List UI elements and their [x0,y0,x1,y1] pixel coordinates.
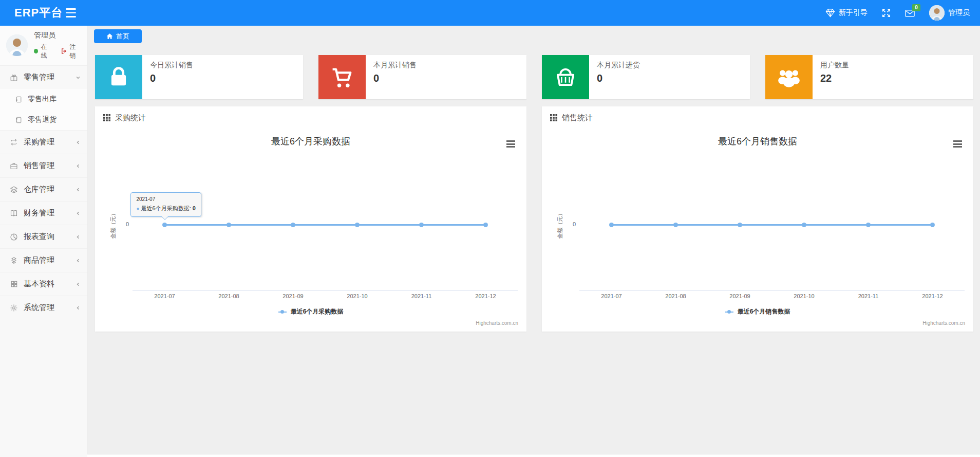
chart-tooltip: 2021-07● 最近6个月采购数据: 0 [130,192,201,217]
sidebar-item-goods[interactable]: 商品管理 [0,248,87,272]
legend-item-label: 最近6个月销售数据 [738,307,790,316]
tooltip-value: 0 [193,205,196,211]
stat-card-month-purchase: 本月累计进货 0 [542,55,750,99]
guide-label: 新手引导 [839,8,868,17]
sidebar-item-label: 报表查询 [24,232,54,242]
online-status-icon [34,49,38,53]
data-point[interactable] [866,223,871,227]
data-point[interactable] [673,223,678,227]
grid-2x2-icon [9,280,18,288]
stat-card-user-count: 用户数量 22 [765,55,973,99]
stat-cards-row: 今日累计销售 0 本月累计销售 0 [95,55,973,99]
sidebar-item-system[interactable]: 系统管理 [0,296,87,319]
sidebar-item-label: 财务管理 [24,208,54,218]
sidebar-item-label: 仓库管理 [24,185,54,194]
sidebar-item-basic-data[interactable]: 基本资料 [0,272,87,296]
context-menu-bar [953,140,962,142]
x-axis-tick-label: 2021-12 [454,293,518,299]
sidebar-item-retail-return[interactable]: 零售退货 [0,109,87,130]
retail-submenu: 零售出库 零售退货 [0,89,87,130]
data-point[interactable] [291,223,295,227]
legend-item-label: 最近6个月采购数据 [291,307,344,316]
y-axis-tick-label: 0 [119,221,129,227]
th-grid-icon [550,114,557,121]
x-axis-tick-label: 2021-08 [197,293,261,299]
tooltip-series-row: ● 最近6个月采购数据: 0 [136,205,195,212]
purchase-chart: 最近6个月采购数据金额（元）02021-07● 最近6个月采购数据: 02021… [100,129,521,326]
home-icon [106,33,113,40]
sidebar-item-retail-outbound[interactable]: 零售出库 [0,89,87,109]
legend-item[interactable]: 最近6个月销售数据 [547,307,968,316]
bag-icon [95,55,142,99]
chart-context-menu-button[interactable] [506,140,515,148]
sales-chart: 最近6个月销售数据金额（元）02021-072021-082021-092021… [547,129,968,326]
gem-icon [825,8,835,17]
chevron-left-icon [76,211,81,216]
pie-chart-icon [9,233,18,241]
user-name-label: 管理员 [948,8,970,17]
data-point[interactable] [802,223,806,227]
data-point[interactable] [738,223,742,227]
context-menu-bar [506,140,515,142]
data-point[interactable] [419,223,424,227]
users-icon [765,55,813,99]
highcharts-credits-link[interactable]: Highcharts.com.cn [476,320,518,326]
messages-button[interactable]: 0 [905,9,915,17]
page-bottom-edge [87,454,980,457]
top-header: ERP平台 新手引导 [0,0,980,26]
box-icon [9,257,18,265]
sidebar-item-label: 基本资料 [24,279,54,289]
stat-card-label: 本月累计销售 [373,61,417,70]
avatar [929,5,945,21]
data-point[interactable] [355,223,360,227]
sidebar-item-reports[interactable]: 报表查询 [0,225,87,248]
tab-home[interactable]: 首页 [94,29,142,43]
sidebar-item-warehouse[interactable]: 仓库管理 [0,177,87,201]
legend-item[interactable]: 最近6个月采购数据 [100,307,521,316]
fullscreen-button[interactable] [882,9,891,17]
sidebar-item-sales[interactable]: 销售管理 [0,154,87,177]
exchange-icon [9,138,18,146]
cart-icon [318,55,366,99]
x-axis-tick-label: 2021-09 [261,293,325,299]
stat-card-label: 用户数量 [820,61,849,70]
context-menu-bar [953,146,962,148]
layers-icon [9,186,18,194]
sidebar-item-retail[interactable]: 零售管理 [0,65,87,89]
x-axis-tick-label: 2021-12 [900,293,965,299]
journal-icon [14,116,23,124]
sidebar-item-label: 零售出库 [28,95,56,104]
tooltip-category: 2021-07 [136,196,195,202]
chevron-down-icon [76,75,81,80]
book-icon [9,209,18,217]
chevron-left-icon [76,234,81,240]
x-axis-tick-label: 2021-11 [389,293,454,299]
stat-card-today-sales: 今日累计销售 0 [95,55,303,99]
avatar [6,34,28,56]
sidebar-user-panel: 管理员 在线 注销 [0,26,87,65]
guide-menu-item[interactable]: 新手引导 [825,8,868,17]
sidebar-item-purchase[interactable]: 采购管理 [0,130,87,154]
th-grid-icon [103,114,110,121]
sidebar-item-finance[interactable]: 财务管理 [0,201,87,225]
stat-card-value: 0 [150,72,193,84]
data-point[interactable] [227,223,231,227]
logout-link[interactable]: 注销 [70,43,81,60]
data-point[interactable] [483,223,488,227]
data-point[interactable] [930,223,935,227]
stat-card-month-sales: 本月累计销售 0 [318,55,526,99]
panel-title: 销售统计 [562,113,593,123]
sidebar-item-label: 零售管理 [24,72,54,82]
x-axis-tick-label: 2021-10 [325,293,389,299]
sidebar-item-label: 采购管理 [24,137,54,147]
x-axis-tick-label: 2021-08 [644,293,708,299]
user-menu[interactable]: 管理员 [929,5,970,21]
series-line [165,224,486,226]
data-point[interactable] [609,223,614,227]
highcharts-credits-link[interactable]: Highcharts.com.cn [922,320,965,326]
sales-stats-panel: 销售统计 最近6个月销售数据金额（元）02021-072021-082021-0… [542,106,973,332]
chart-context-menu-button[interactable] [953,140,962,148]
series-marker-icon: ● [136,206,139,211]
sidebar-toggle-button[interactable] [66,8,76,17]
chevron-left-icon [76,187,81,192]
